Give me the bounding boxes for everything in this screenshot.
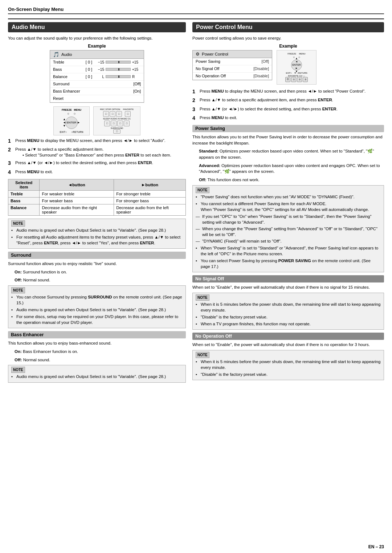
ps-note-bullet-1: • "Power Saving" does not function when … — [196, 194, 381, 200]
ps-note-dash-1: — If you set "OPC" to "On" when "Power S… — [196, 214, 381, 225]
power-saving-val: [Off] — [261, 59, 269, 64]
power-step-3: 3 Press ▲/▼ (or ◄/►) to select the desir… — [192, 106, 384, 113]
step-2-text: Press ▲/▼ to select a specific adjustmen… — [15, 147, 103, 151]
rb-cc: □ — [124, 121, 130, 126]
step-3-text: Press ▲/▼ (or ◄/►) to select the desired… — [15, 160, 153, 166]
table-cell-treble-left: For weaker treble — [40, 190, 114, 197]
power-row-no-signal: No Signal Off [Disable] — [193, 65, 272, 73]
osd-treble-val: [ 0 ] — [84, 60, 94, 64]
osd-balance-val: [ 0 ] — [84, 74, 94, 79]
bass-enhancer-off: Off: Normal sound. — [15, 357, 186, 363]
power-osd-icon: ⚙ — [196, 52, 200, 57]
power-note-nso: NOTE • When it is 5 minutes before the p… — [192, 293, 384, 330]
surround-on: On: Surround function is on. — [15, 269, 186, 275]
audio-remote-area: FREEZE MENU ○ ○ ▲◄ ENTER ►▼ EXIT○ ○RETUR… — [8, 106, 186, 135]
note-2-bullet-2: • Audio menu is grayed out when Output S… — [11, 307, 183, 313]
osd-bass-slider — [106, 68, 131, 71]
osd-row-reset: Reset — [50, 95, 144, 102]
note-label-1: NOTE — [11, 220, 25, 227]
rb-rec: □ — [103, 111, 109, 117]
power-note-ps: NOTE • "Power Saving" does not function … — [192, 185, 384, 272]
power-steps: 1 Press MENU to display the MENU screen,… — [192, 88, 384, 122]
table-cell-balance: Balance — [8, 204, 40, 215]
audio-step-1: 1 Press MENU to display the MENU screen,… — [8, 138, 186, 145]
rb-stop: □ — [110, 111, 115, 117]
note-label-2: NOTE — [11, 287, 25, 293]
power-step-num-2: 2 — [192, 97, 197, 104]
surround-off: Off: Normal sound. — [15, 277, 186, 283]
osd-surround-label: Surround — [53, 82, 133, 86]
audio-icon: 🎵 — [53, 52, 59, 57]
table-cell-treble: Treble — [8, 190, 40, 197]
audio-step-4: 4 Press MENU to exit. — [8, 169, 186, 176]
no-signal-text: When set to "Enable", the power will aut… — [192, 284, 384, 290]
osd-balance-min: L — [94, 75, 104, 79]
step-2-sub: • Select "Surround" or "Bass Enhancer" a… — [23, 152, 171, 158]
table-row-balance: Balance Decrease audio from the right sp… — [8, 204, 186, 215]
step-1-text: Press MENU to display the MENU screen, a… — [15, 138, 166, 143]
step-2-content: Press ▲/▼ to select a specific adjustmen… — [15, 146, 171, 158]
noo-note-bullet-2: • "Disable" is the factory preset value. — [196, 371, 381, 377]
table-row-bass: Bass For weaker bass For stronger bass — [8, 197, 186, 204]
ps-note-dash-2: — When you change the "Power Saving" set… — [196, 226, 381, 237]
surround-text: Surround function allows you to enjoy re… — [8, 261, 186, 267]
power-example-label: Example — [192, 44, 384, 49]
osd-bass-enhancer-label: Bass Enhancer — [53, 89, 133, 93]
page: On-Screen Display Menu Audio Menu You ca… — [0, 0, 392, 553]
no-signal-section-title: No Signal Off — [192, 275, 384, 282]
bass-enhancer-title: Bass Enhancer — [8, 331, 186, 338]
table-cell-bass-right: For stronger bass — [114, 197, 186, 204]
power-menu-title: Power Control Menu — [192, 22, 384, 32]
note-label-ps: NOTE — [196, 187, 209, 193]
ps-note-bullet-4: • You can select Power Saving by pressin… — [196, 258, 381, 269]
audio-table: Selected item ◄button ►button Treble For… — [8, 179, 186, 216]
power-control-col: Power Control Menu Power control setting… — [192, 22, 384, 385]
page-number: EN – 23 — [368, 544, 384, 549]
table-header-item: Selected item — [8, 179, 40, 190]
power-remote: FREEZEMENU ○ ○ ▲◄ ENTER ►▼ EXIT○ ▼ ○RETU… — [277, 50, 317, 85]
table-cell-balance-left: Decrease audio from the right speaker — [40, 204, 114, 215]
ps-note-dash-3: — "DYNAMIC (Fixed)" will remain set to "… — [196, 238, 381, 244]
osd-row-bass-enhancer: Bass Enhancer [On] — [50, 88, 144, 95]
audio-note-3: NOTE • Audio menu is grayed out when Out… — [8, 365, 186, 382]
power-rb-a: ⓪ — [285, 77, 290, 82]
osd-treble-slider — [106, 61, 131, 64]
rb-ai: □ — [117, 121, 123, 126]
power-step-num-1: 1 — [192, 88, 197, 95]
note-3-bullet-1: • Audio menu is grayed out when Output S… — [11, 374, 183, 379]
power-step-num-4: 4 — [192, 115, 197, 122]
osd-row-balance: Balance [ 0 ] L R — [50, 73, 144, 81]
note-label-3: NOTE — [11, 367, 25, 373]
no-op-section-title: No Operation Off — [192, 333, 384, 340]
osd-bass-min: −15 — [94, 68, 104, 72]
surround-title: Surround — [8, 252, 186, 259]
power-saving-label: Power Saving — [196, 59, 261, 64]
nso-note-bullet-3: • When a TV program finishes, this funct… — [196, 321, 381, 327]
note-1-bullet-2: • For resetting all Audio adjustment ite… — [11, 234, 183, 246]
power-step-num-3: 3 — [192, 106, 197, 113]
osd-balance-slider — [106, 75, 131, 78]
no-signal-val: [Disable] — [253, 66, 269, 71]
power-saving-section-title: Power Saving — [192, 125, 384, 132]
ps-note-bullet-3: • When "Power Saving" is set to "Standar… — [196, 245, 381, 257]
osd-bass-enhancer-val: [On] — [133, 89, 141, 93]
audio-example-label: Example — [8, 44, 186, 49]
osd-treble-label: Treble — [53, 60, 84, 64]
power-example-area: ⚙ Power Control Power Saving [Off] No Si… — [192, 50, 384, 85]
power-rb-d: ③ — [303, 77, 308, 82]
audio-osd-box: 🎵 Audio Treble [ 0 ] −15 +15 Bass [ 0 ] — [50, 50, 144, 103]
audio-menu-col: Audio Menu You can adjust the sound qual… — [8, 22, 186, 385]
remote-right: REC STOP OPTIONFAVORITE □ □ □ □ SLEEP AU… — [93, 106, 140, 135]
power-step-1: 1 Press MENU to display the MENU screen,… — [192, 88, 384, 95]
power-osd-box: ⚙ Power Control Power Saving [Off] No Si… — [192, 50, 272, 80]
power-note-noo: NOTE • When it is 5 minutes before the p… — [192, 350, 384, 380]
audio-note-2: NOTE • You can choose Surround by pressi… — [8, 285, 186, 328]
osd-bass-label: Bass — [53, 67, 84, 72]
table-header-right-btn: ►button — [114, 179, 186, 190]
note-1-bullet-1: • Audio menu is grayed out when Output S… — [11, 227, 183, 233]
step-4-text: Press MENU to exit. — [15, 169, 53, 175]
osd-bass-max: +15 — [132, 68, 141, 72]
note-label-noo: NOTE — [196, 352, 209, 358]
power-step-4-text: Press MENU to exit. — [200, 115, 237, 121]
no-op-label: No Operation Off — [196, 74, 253, 78]
